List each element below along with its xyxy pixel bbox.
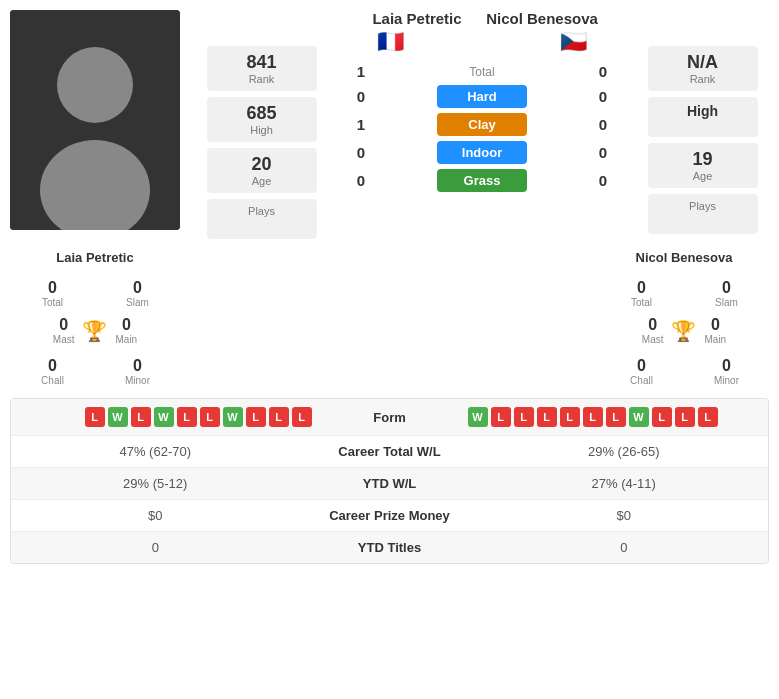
player1-minor-cell: 0 Minor: [95, 353, 180, 390]
clay-p2: 0: [589, 116, 617, 133]
player1-slam-val: 0: [97, 279, 178, 297]
total-matchup-row: 1 Total 0: [347, 63, 617, 80]
spacer-left: [184, 250, 339, 390]
player2-ytd-titles: 0: [490, 540, 759, 555]
player1-high-box: 685 High: [207, 97, 317, 142]
player2-name-center: Nicol Benesova: [477, 10, 607, 27]
player1-mast-cell: 0 Mast: [53, 316, 75, 345]
player1-age-label: Age: [221, 175, 303, 187]
player2-minor-lbl: Minor: [686, 375, 767, 386]
player2-rank-label: Rank: [662, 73, 744, 85]
player2-bottom: Nicol Benesova 0 Total 0 Slam 0 Mast 🏆: [599, 250, 769, 390]
form-badge: L: [177, 407, 197, 427]
player2-info: N/A Rank High 19 Age Plays: [625, 10, 779, 242]
player1-total-lbl: Total: [12, 297, 93, 308]
form-label: Form: [320, 410, 460, 425]
player2-slam-cell: 0 Slam: [684, 275, 769, 312]
career-wl-row: 47% (62-70) Career Total W/L 29% (26-65): [11, 436, 768, 468]
total-label: Total: [375, 65, 589, 79]
clay-matchup-row: 1 Clay 0: [347, 113, 617, 136]
form-badge: W: [108, 407, 128, 427]
player1-main-lbl: Main: [115, 334, 137, 345]
player2-career-wl: 29% (26-65): [490, 444, 759, 459]
player1-chall-lbl: Chall: [12, 375, 93, 386]
prize-label: Career Prize Money: [290, 508, 490, 523]
ytd-wl-label: YTD W/L: [290, 476, 490, 491]
player1-plays-box: Plays: [207, 199, 317, 239]
form-badge: L: [246, 407, 266, 427]
player1-photo: [10, 10, 180, 230]
player2-main-val: 0: [711, 316, 720, 334]
player2-total-val: 0: [601, 279, 682, 297]
form-badge: L: [292, 407, 312, 427]
player-names-row: Laia Petretic Nicol Benesova: [347, 10, 617, 27]
player2-main-cell: 0 Main: [704, 316, 726, 345]
form-badge: L: [514, 407, 534, 427]
top-comparison: 841 Rank 685 High 20 Age Plays Laia: [10, 10, 769, 242]
center-matchup: Laia Petretic Nicol Benesova 🇫🇷 🇨🇿 1 Tot…: [343, 10, 621, 242]
form-badge: W: [468, 407, 488, 427]
player2-main-lbl: Main: [704, 334, 726, 345]
player1-slam-lbl: Slam: [97, 297, 178, 308]
career-wl-label: Career Total W/L: [290, 444, 490, 459]
indoor-matchup-row: 0 Indoor 0: [347, 141, 617, 164]
form-badge: L: [583, 407, 603, 427]
hard-matchup-row: 0 Hard 0: [347, 85, 617, 108]
indoor-p1: 0: [347, 144, 375, 161]
form-badge: W: [223, 407, 243, 427]
player2-high-box: High: [648, 97, 758, 137]
form-badge: L: [606, 407, 626, 427]
total-p2: 0: [589, 63, 617, 80]
player1-bottom: Laia Petretic 0 Total 0 Slam 0 Mast 🏆: [10, 250, 180, 390]
player1-stat-grid: 0 Total 0 Slam: [10, 275, 180, 312]
player2-minor-val: 0: [686, 357, 767, 375]
player2-prize: $0: [490, 508, 759, 523]
player1-slam-cell: 0 Slam: [95, 275, 180, 312]
form-badge: L: [491, 407, 511, 427]
center-spacer: [343, 250, 436, 390]
player2-chall-lbl: Chall: [601, 375, 682, 386]
player1-info: 841 Rank 685 High 20 Age Plays: [184, 10, 339, 242]
player2-chall-grid: 0 Chall 0 Minor: [599, 353, 769, 390]
player1-minor-val: 0: [97, 357, 178, 375]
player2-mast-lbl: Mast: [642, 334, 664, 345]
player1-main-cell: 0 Main: [115, 316, 137, 345]
form-badge: L: [85, 407, 105, 427]
player1-flag: 🇫🇷: [377, 29, 404, 55]
hard-p2: 0: [589, 88, 617, 105]
player1-chall-grid: 0 Chall 0 Minor: [10, 353, 180, 390]
form-badge: L: [560, 407, 580, 427]
player1-mast-lbl: Mast: [53, 334, 75, 345]
player1-age-value: 20: [221, 154, 303, 175]
player2-ytd-wl: 27% (4-11): [490, 476, 759, 491]
trophy-icon-left: 🏆: [82, 319, 107, 343]
form-badge: L: [537, 407, 557, 427]
player2-flag: 🇨🇿: [560, 29, 587, 55]
player1-rank-value: 841: [221, 52, 303, 73]
player2-age-label: Age: [662, 170, 744, 182]
player2-rank-box: N/A Rank: [648, 46, 758, 91]
player2-mast-cell: 0 Mast: [642, 316, 664, 345]
player1-mast-val: 0: [59, 316, 68, 334]
player2-high-value: High: [662, 103, 744, 119]
player2-slam-lbl: Slam: [686, 297, 767, 308]
player1-chall-cell: 0 Chall: [10, 353, 95, 390]
hard-surface-btn: Hard: [437, 85, 527, 108]
form-badge: W: [629, 407, 649, 427]
player2-form-badges: WLLLLLLWLLL: [460, 407, 759, 427]
player1-form-badges: LWLWLLWLLL: [21, 407, 320, 427]
clay-p1: 1: [347, 116, 375, 133]
form-badge: L: [131, 407, 151, 427]
flags-row: 🇫🇷 🇨🇿: [347, 29, 617, 55]
player1-total-cell: 0 Total: [10, 275, 95, 312]
player1-main-val: 0: [122, 316, 131, 334]
prize-row: $0 Career Prize Money $0: [11, 500, 768, 532]
player1-career-wl: 47% (62-70): [21, 444, 290, 459]
player2-total-lbl: Total: [601, 297, 682, 308]
player2-plays-label: Plays: [662, 200, 744, 212]
player1-name-center: Laia Petretic: [357, 10, 477, 27]
form-badge: L: [698, 407, 718, 427]
player1-rank-box: 841 Rank: [207, 46, 317, 91]
clay-surface-btn: Clay: [437, 113, 527, 136]
player2-plays-box: Plays: [648, 194, 758, 234]
